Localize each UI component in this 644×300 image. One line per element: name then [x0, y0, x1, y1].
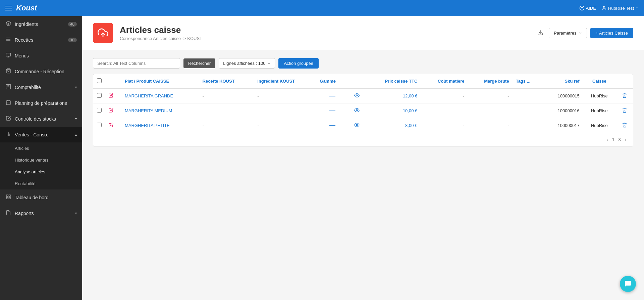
- row-recette: -: [199, 103, 254, 118]
- col-prix[interactable]: Prix caisse TTC: [366, 74, 421, 88]
- data-table: Plat / Produit CAISSE Recette KOUST Ingr…: [93, 74, 633, 146]
- gamme-dash-icon[interactable]: —: [329, 107, 335, 114]
- comptabilite-icon: [5, 84, 11, 90]
- row-delete-cell: [616, 88, 633, 103]
- col-plat[interactable]: Plat / Produit CAISSE: [121, 74, 199, 88]
- row-edit-cell: [105, 88, 121, 103]
- topbar-right: ? AIDE HubRise Test: [579, 5, 639, 11]
- table-controls: Rechercher Lignes affichées : 100 Action…: [93, 58, 633, 69]
- col-caisse[interactable]: Caisse: [583, 74, 616, 88]
- delete-icon[interactable]: [622, 94, 627, 99]
- commande-icon: [5, 68, 11, 75]
- row-recette: -: [199, 118, 254, 133]
- col-actions: [105, 74, 121, 88]
- row-gamme[interactable]: —: [316, 103, 348, 118]
- col-sku[interactable]: Sku ref: [543, 74, 583, 88]
- row-checkbox[interactable]: [97, 123, 102, 127]
- row-name[interactable]: MARGHERITA GRANDE: [121, 88, 199, 103]
- row-gamme[interactable]: —: [316, 88, 348, 103]
- chevron-down-icon: ▾: [75, 85, 77, 89]
- page-actions: Paramètres + Articles Caisse: [535, 28, 633, 39]
- row-ingredient: -: [254, 88, 316, 103]
- sidebar-item-rapports[interactable]: Rapports ▾: [0, 205, 82, 221]
- row-delete-cell: [616, 103, 633, 118]
- sidebar-item-controle[interactable]: Contrôle des stocks ▾: [0, 111, 82, 127]
- chat-button[interactable]: [620, 276, 636, 292]
- page-range: 1 - 3: [612, 137, 621, 142]
- search-button[interactable]: Rechercher: [183, 58, 215, 68]
- col-cout[interactable]: Coût matière: [421, 74, 468, 88]
- edit-icon[interactable]: [109, 94, 113, 99]
- params-button[interactable]: Paramètres: [549, 28, 587, 38]
- gamme-dash-icon[interactable]: —: [329, 122, 335, 129]
- row-checkbox-cell: [93, 88, 105, 103]
- select-all-checkbox[interactable]: [97, 78, 102, 83]
- row-checkbox-cell: [93, 118, 105, 133]
- action-groupee-button[interactable]: Action groupée: [278, 58, 318, 69]
- ingredients-icon: [5, 21, 11, 27]
- user-menu[interactable]: HubRise Test: [601, 5, 639, 11]
- sidebar-item-comptabilite[interactable]: Comptabilité ▾: [0, 79, 82, 95]
- page-title-area: Articles caisse Correspondance Articles …: [120, 25, 529, 41]
- col-gamme[interactable]: Gamme: [316, 74, 348, 88]
- logo: Koust: [16, 4, 37, 12]
- row-sku: 100000017: [543, 118, 583, 133]
- row-sku: 100000016: [543, 103, 583, 118]
- menus-icon: [5, 52, 11, 59]
- gamme-dash-icon[interactable]: —: [329, 92, 335, 99]
- layout: Ingrédients 48 Recettes 10 Menus Command…: [0, 16, 644, 300]
- row-gamme[interactable]: —: [316, 118, 348, 133]
- col-delete: [616, 74, 633, 88]
- sidebar-item-rentabilite[interactable]: Rentabilité: [0, 178, 82, 189]
- sidebar-item-planning[interactable]: Planning de préparations: [0, 95, 82, 111]
- delete-icon[interactable]: [622, 124, 627, 129]
- sidebar-item-articles[interactable]: Articles: [0, 142, 82, 154]
- tableau-icon: [5, 194, 11, 201]
- sidebar-item-commande[interactable]: Commande - Réception: [0, 63, 82, 79]
- download-button[interactable]: [535, 28, 545, 39]
- col-ingredient[interactable]: Ingrédient KOUST: [254, 74, 316, 88]
- sidebar-item-tableau[interactable]: Tableau de bord: [0, 189, 82, 205]
- eye-icon[interactable]: [354, 124, 360, 129]
- col-marge[interactable]: Marge brute: [468, 74, 513, 88]
- sidebar-item-recettes[interactable]: Recettes 10: [0, 32, 82, 48]
- row-prix: 10,00 €: [366, 103, 421, 118]
- row-name[interactable]: MARGHERITA PETITE: [121, 118, 199, 133]
- help-button[interactable]: ? AIDE: [579, 5, 596, 11]
- col-tags[interactable]: Tags ...: [513, 74, 543, 88]
- next-page-button[interactable]: ›: [624, 136, 628, 143]
- sidebar-item-menus[interactable]: Menus: [0, 48, 82, 63]
- row-marge: -: [468, 88, 513, 103]
- chevron-up-icon: ▴: [75, 133, 77, 136]
- delete-icon[interactable]: [622, 109, 627, 114]
- prev-page-button[interactable]: ‹: [605, 136, 609, 143]
- row-cout: -: [421, 103, 468, 118]
- hamburger-menu[interactable]: [5, 6, 12, 10]
- lines-dropdown[interactable]: Lignes affichées : 100: [219, 58, 275, 69]
- edit-icon[interactable]: [109, 109, 113, 114]
- row-checkbox[interactable]: [97, 93, 102, 98]
- ventes-submenu: Articles Historique ventes Analyse artic…: [0, 142, 82, 189]
- row-name[interactable]: MARGHERITA MEDIUM: [121, 103, 199, 118]
- eye-icon[interactable]: [354, 94, 360, 99]
- svg-text:?: ?: [581, 6, 583, 10]
- row-marge: -: [468, 103, 513, 118]
- row-eye-cell: [348, 103, 366, 118]
- page-header: Articles caisse Correspondance Articles …: [82, 16, 644, 50]
- eye-icon[interactable]: [354, 109, 360, 114]
- edit-icon[interactable]: [109, 123, 113, 128]
- row-tags: [513, 88, 543, 103]
- svg-rect-19: [6, 195, 8, 197]
- ventes-icon: [5, 131, 11, 138]
- row-checkbox[interactable]: [97, 108, 102, 113]
- svg-point-27: [356, 124, 358, 126]
- svg-rect-20: [9, 195, 10, 197]
- sidebar-item-ventes[interactable]: Ventes - Conso. ▴: [0, 127, 82, 142]
- add-articles-button[interactable]: + Articles Caisse: [590, 28, 633, 38]
- table-row: MARGHERITA PETITE - - — 8,00 € - - 10000…: [93, 118, 633, 133]
- search-input[interactable]: [93, 58, 180, 69]
- sidebar-item-ingredients[interactable]: Ingrédients 48: [0, 16, 82, 32]
- sidebar-item-analyse[interactable]: Analyse articles: [0, 166, 82, 178]
- sidebar-item-historique[interactable]: Historique ventes: [0, 154, 82, 166]
- col-recette[interactable]: Recette KOUST: [199, 74, 254, 88]
